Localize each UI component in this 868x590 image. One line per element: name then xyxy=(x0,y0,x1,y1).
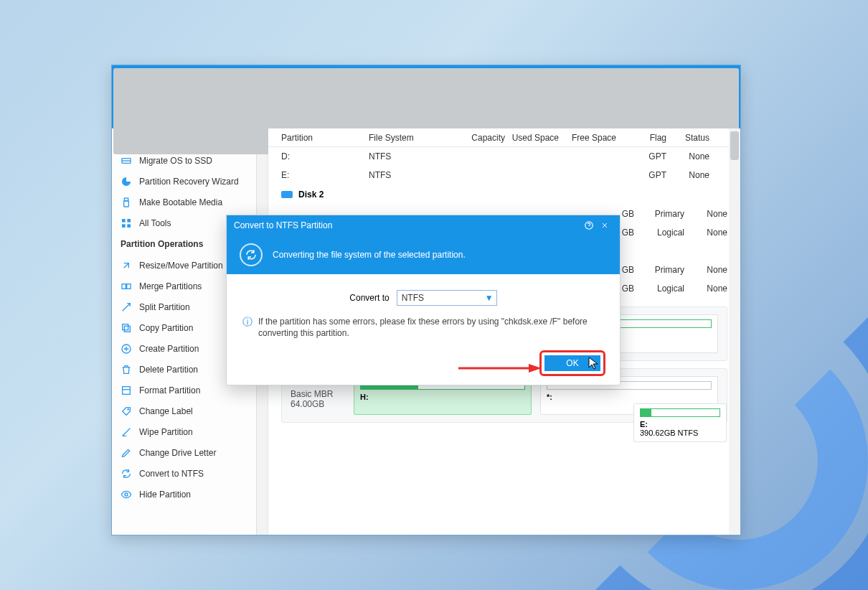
ok-highlight-annotation: OK xyxy=(539,350,605,376)
dialog-help-button[interactable] xyxy=(581,217,597,233)
sidebar-item-change-letter[interactable]: Change Drive Letter xyxy=(112,442,256,463)
resize-icon xyxy=(121,260,132,271)
disk-icon xyxy=(281,191,293,198)
eraser-icon xyxy=(121,426,132,438)
table-row[interactable]: D: NTFS GPT None xyxy=(268,147,740,166)
eye-off-icon xyxy=(121,489,132,500)
dialog-titlebar: Convert to NTFS Partition xyxy=(227,215,620,235)
dialog-close-button[interactable] xyxy=(597,217,613,233)
usb-icon xyxy=(121,197,132,208)
tag-icon xyxy=(121,406,132,417)
copy-icon xyxy=(121,322,132,334)
convert-ntfs-dialog: Convert to NTFS Partition Converting the… xyxy=(226,215,621,385)
caret-down-icon: ▼ xyxy=(485,293,494,303)
sidebar-item-hide-partition[interactable]: Hide Partition xyxy=(112,484,256,505)
convert-icon xyxy=(121,468,132,479)
main-scrollbar[interactable] xyxy=(729,128,740,535)
svg-rect-18 xyxy=(124,326,130,332)
partition-card-e[interactable]: E:390.62GB NTFS xyxy=(633,403,727,442)
svg-rect-21 xyxy=(123,386,131,394)
table-header: Partition File System Capacity Used Spac… xyxy=(268,128,740,147)
dialog-note: ⓘ If the partition has some errors, plea… xyxy=(242,316,604,339)
table-row[interactable]: E: NTFS GPT None xyxy=(268,166,740,184)
svg-rect-17 xyxy=(127,284,131,289)
dialog-title: Convert to NTFS Partition xyxy=(234,220,332,230)
svg-rect-19 xyxy=(123,324,128,329)
format-icon xyxy=(121,385,132,396)
svg-rect-14 xyxy=(122,224,126,228)
svg-marker-26 xyxy=(529,364,542,373)
sidebar-item-change-label[interactable]: Change Label xyxy=(112,401,256,421)
create-icon xyxy=(121,343,132,355)
svg-rect-13 xyxy=(127,219,131,223)
trash-icon xyxy=(121,364,132,375)
ssd-icon xyxy=(121,155,132,167)
convert-to-select[interactable]: NTFS ▼ xyxy=(397,290,497,306)
convert-round-icon xyxy=(240,243,263,266)
sidebar-item-wipe-partition[interactable]: Wipe Partition xyxy=(112,421,256,442)
split-icon xyxy=(121,301,132,313)
sidebar-item-recovery-wizard[interactable]: Partition Recovery Wizard xyxy=(112,171,256,192)
arrow-annotation xyxy=(457,363,543,373)
svg-rect-11 xyxy=(124,201,129,207)
merge-icon xyxy=(121,281,132,292)
pencil-icon xyxy=(121,447,132,459)
sidebar-item-bootable-media[interactable]: Make Bootable Media xyxy=(112,192,256,212)
convert-to-label: Convert to xyxy=(349,293,389,303)
svg-rect-15 xyxy=(127,224,131,228)
svg-rect-12 xyxy=(122,219,126,223)
svg-rect-16 xyxy=(122,284,126,289)
cursor-icon xyxy=(588,357,600,370)
dialog-subtitle-band: Converting the file system of the select… xyxy=(227,235,620,274)
pie-icon xyxy=(121,176,132,187)
grid-icon xyxy=(121,217,132,229)
disk2-header[interactable]: Disk 2 xyxy=(268,184,740,205)
info-icon: ⓘ xyxy=(242,315,253,339)
svg-point-22 xyxy=(128,408,128,409)
svg-point-23 xyxy=(125,493,128,496)
sidebar-item-convert-ntfs[interactable]: Convert to NTFS xyxy=(112,463,256,484)
